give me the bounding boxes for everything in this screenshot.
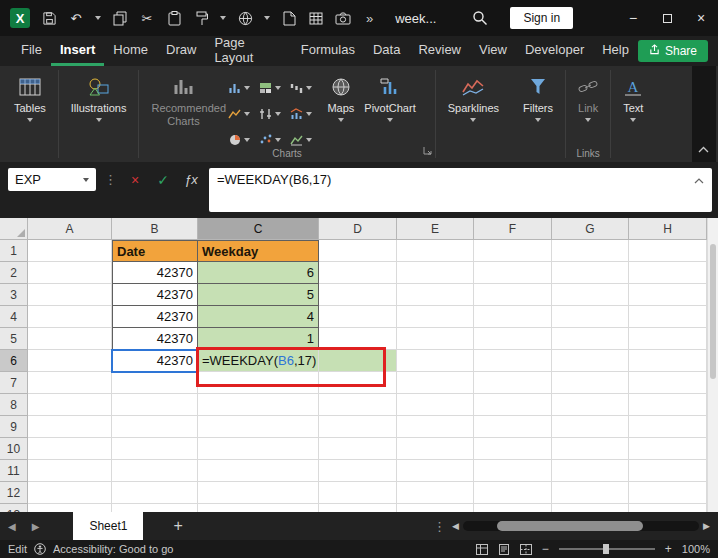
scroll-left-arrow[interactable]: ◀ (452, 521, 459, 531)
cell-g9[interactable] (552, 416, 629, 438)
cancel-entry-button[interactable]: × (125, 168, 145, 191)
cell-f6[interactable] (474, 350, 552, 372)
close-button[interactable]: × (684, 0, 718, 36)
cell-e7[interactable] (397, 372, 474, 394)
row-header-10[interactable]: 10 (0, 438, 28, 460)
row-header-7[interactable]: 7 (0, 372, 28, 394)
cell-f11[interactable] (474, 460, 552, 482)
tab-formulas[interactable]: Formulas (292, 36, 364, 66)
zoom-slider-thumb[interactable] (603, 544, 609, 554)
zoom-slider[interactable] (559, 548, 655, 550)
cell-e3[interactable] (397, 284, 474, 306)
cell-d7[interactable] (319, 372, 397, 394)
cell-f3[interactable] (474, 284, 552, 306)
cell-h7[interactable] (629, 372, 707, 394)
waterfall-chart-button[interactable] (286, 75, 316, 100)
restore-button[interactable] (650, 0, 684, 36)
tab-file[interactable]: File (12, 36, 51, 66)
column-header-g[interactable]: G (552, 218, 629, 240)
globe-chevron-down-icon[interactable] (264, 16, 270, 20)
table-icon[interactable] (308, 10, 324, 26)
cell-g13[interactable] (552, 504, 629, 512)
illustrations-button[interactable]: Illustrations (66, 71, 132, 126)
cell-e12[interactable] (397, 482, 474, 504)
cell-b11[interactable] (112, 460, 198, 482)
cell-d1[interactable] (319, 240, 397, 262)
cell-a8[interactable] (28, 394, 112, 416)
cell-h13[interactable] (629, 504, 707, 512)
cell-g8[interactable] (552, 394, 629, 416)
cell-b6[interactable]: 42370 (112, 350, 198, 372)
formula-bar-resizer[interactable]: ⋮ (104, 168, 117, 191)
cell-c5[interactable]: 1 (198, 328, 319, 350)
cell-c12[interactable] (198, 482, 319, 504)
cell-e11[interactable] (397, 460, 474, 482)
cell-f1[interactable] (474, 240, 552, 262)
cell-a9[interactable] (28, 416, 112, 438)
cell-h3[interactable] (629, 284, 707, 306)
cell-d6[interactable] (319, 350, 397, 372)
cell-c3[interactable]: 5 (198, 284, 319, 306)
row-header-13[interactable]: 13 (0, 504, 28, 512)
page-break-view-icon[interactable] (520, 544, 532, 555)
column-header-f[interactable]: F (474, 218, 552, 240)
cell-h11[interactable] (629, 460, 707, 482)
cell-d3[interactable] (319, 284, 397, 306)
document-icon[interactable] (281, 10, 297, 26)
cell-c9[interactable] (198, 416, 319, 438)
cell-d9[interactable] (319, 416, 397, 438)
charts-dialog-launcher[interactable] (423, 141, 432, 159)
column-header-b[interactable]: B (112, 218, 198, 240)
sign-in-button[interactable]: Sign in (510, 7, 573, 29)
next-sheet-arrow[interactable]: ▶ (24, 521, 48, 532)
combo-chart-button[interactable] (286, 101, 316, 126)
column-header-h[interactable]: H (629, 218, 707, 240)
cell-e1[interactable] (397, 240, 474, 262)
cell-a3[interactable] (28, 284, 112, 306)
format-painter-icon[interactable] (193, 10, 209, 26)
cell-b8[interactable] (112, 394, 198, 416)
cell-c11[interactable] (198, 460, 319, 482)
vertical-scrollbar[interactable] (707, 218, 718, 512)
filters-button[interactable]: Filters (518, 71, 558, 126)
vertical-scrollbar-thumb[interactable] (710, 244, 716, 379)
copy-icon[interactable] (112, 10, 128, 26)
cell-d4[interactable] (319, 306, 397, 328)
undo-icon[interactable]: ↶ (68, 10, 84, 26)
tab-bar-splitter[interactable]: ⋮ (427, 519, 452, 534)
cell-c2[interactable]: 6 (198, 262, 319, 284)
cell-d13[interactable] (319, 504, 397, 512)
insert-function-button[interactable]: ƒx (181, 168, 201, 191)
cell-c13[interactable] (198, 504, 319, 512)
previous-sheet-arrow[interactable]: ◀ (0, 521, 24, 532)
cell-g4[interactable] (552, 306, 629, 328)
tab-help[interactable]: Help (593, 36, 638, 66)
scroll-right-arrow[interactable]: ▶ (703, 521, 710, 531)
name-box[interactable]: EXP (8, 168, 96, 191)
pivotchart-button[interactable]: PivotChart (359, 71, 420, 126)
cell-f9[interactable] (474, 416, 552, 438)
cell-h5[interactable] (629, 328, 707, 350)
cell-g2[interactable] (552, 262, 629, 284)
cell-c10[interactable] (198, 438, 319, 460)
cell-f13[interactable] (474, 504, 552, 512)
cell-e5[interactable] (397, 328, 474, 350)
cell-f12[interactable] (474, 482, 552, 504)
cell-b4[interactable]: 42370 (112, 306, 198, 328)
formula-input[interactable]: =WEEKDAY(B6,17) (209, 168, 712, 212)
zoom-out-button[interactable]: − (542, 542, 549, 556)
cell-g6[interactable] (552, 350, 629, 372)
confirm-entry-button[interactable]: ✓ (153, 168, 173, 191)
tables-button[interactable]: Tables (9, 71, 51, 126)
cell-a6[interactable] (28, 350, 112, 372)
cell-h1[interactable] (629, 240, 707, 262)
row-header-3[interactable]: 3 (0, 284, 28, 306)
paste-icon[interactable] (166, 10, 182, 26)
recommended-charts-button[interactable]: Recommended Charts (146, 71, 220, 131)
cell-b1[interactable]: Date (112, 240, 198, 262)
add-sheet-button[interactable]: + (173, 517, 182, 535)
cell-g11[interactable] (552, 460, 629, 482)
cell-a12[interactable] (28, 482, 112, 504)
cell-d11[interactable] (319, 460, 397, 482)
cell-h12[interactable] (629, 482, 707, 504)
